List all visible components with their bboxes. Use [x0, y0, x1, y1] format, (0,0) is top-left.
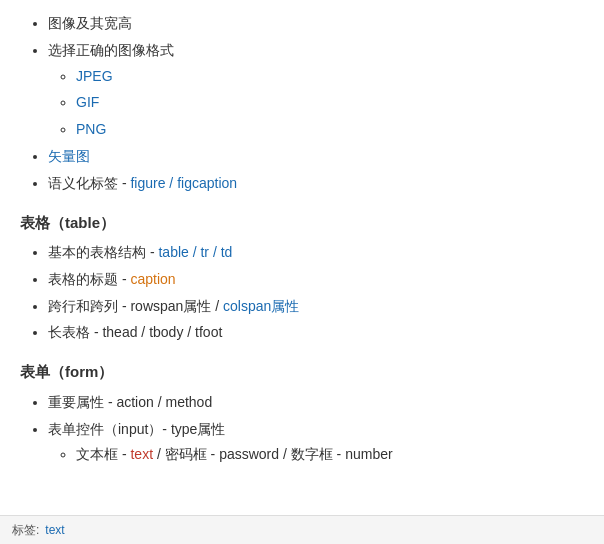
list-item: 重要属性 - action / method: [48, 391, 584, 415]
figure-link[interactable]: figure / figcaption: [130, 175, 237, 191]
item-text: 选择正确的图像格式: [48, 42, 174, 58]
form-heading: 表单（form）: [20, 359, 584, 385]
item-text: 语义化标签 -: [48, 175, 130, 191]
item-text: 基本的表格结构 -: [48, 244, 158, 260]
table-structure-link[interactable]: table / tr / td: [158, 244, 232, 260]
table-list: 基本的表格结构 - table / tr / td 表格的标题 - captio…: [20, 241, 584, 345]
list-item: 图像及其宽高: [48, 12, 584, 36]
item-text: 图像及其宽高: [48, 15, 132, 31]
list-item: 表格的标题 - caption: [48, 268, 584, 292]
text-link[interactable]: text: [130, 446, 153, 462]
table-heading: 表格（table）: [20, 210, 584, 236]
form-list: 重要属性 - action / method 表单控件（input）- type…: [20, 391, 584, 467]
images-list: 图像及其宽高 选择正确的图像格式 JPEG GIF PNG 矢量图 语义化标签 …: [20, 12, 584, 196]
tag-text-link[interactable]: text: [45, 520, 64, 540]
list-item: 跨行和跨列 - rowspan属性 / colspan属性: [48, 295, 584, 319]
list-item: 基本的表格结构 - table / tr / td: [48, 241, 584, 265]
item-text: 表单控件（input）- type属性: [48, 421, 225, 437]
list-item: 长表格 - thead / tbody / tfoot: [48, 321, 584, 345]
list-item: 语义化标签 - figure / figcaption: [48, 172, 584, 196]
jpeg-link[interactable]: JPEG: [76, 68, 113, 84]
list-item: 表单控件（input）- type属性 文本框 - text / 密码框 - p…: [48, 418, 584, 468]
list-item: JPEG: [76, 65, 584, 89]
item-text: 重要属性 - action / method: [48, 394, 212, 410]
list-item: 矢量图: [48, 145, 584, 169]
item-text-cont: / 密码框 - password / 数字框 - number: [153, 446, 393, 462]
item-text: 文本框 -: [76, 446, 130, 462]
item-text: 长表格 - thead / tbody / tfoot: [48, 324, 222, 340]
gif-link[interactable]: GIF: [76, 94, 99, 110]
list-item: 选择正确的图像格式 JPEG GIF PNG: [48, 39, 584, 142]
sub-list: JPEG GIF PNG: [48, 65, 584, 142]
sub-list: 文本框 - text / 密码框 - password / 数字框 - numb…: [48, 443, 584, 467]
vector-link[interactable]: 矢量图: [48, 148, 90, 164]
png-link[interactable]: PNG: [76, 121, 106, 137]
list-item: GIF: [76, 91, 584, 115]
tag-label: 标签:: [12, 520, 39, 540]
list-item: PNG: [76, 118, 584, 142]
item-text: 表格的标题 -: [48, 271, 130, 287]
colspan-link[interactable]: colspan属性: [223, 298, 299, 314]
list-item: 文本框 - text / 密码框 - password / 数字框 - numb…: [76, 443, 584, 467]
caption-link[interactable]: caption: [130, 271, 175, 287]
item-text: 跨行和跨列 - rowspan属性 /: [48, 298, 223, 314]
bottom-bar: 标签: text: [0, 515, 604, 544]
